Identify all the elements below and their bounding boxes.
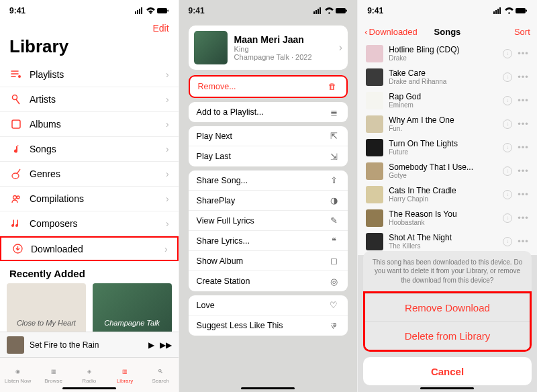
svg-point-27 <box>508 12 509 13</box>
search-icon: 🔍︎ <box>155 366 166 377</box>
menu-create-station[interactable]: Create Station◎ <box>189 271 348 291</box>
song-art <box>366 233 383 250</box>
menu-play-next[interactable]: Play Next⇱ <box>189 126 348 146</box>
svg-rect-0 <box>135 11 136 14</box>
song-art <box>366 68 383 86</box>
edit-button[interactable]: Edit <box>0 21 179 35</box>
menu-view-lyrics[interactable]: View Full Lyrics✎ <box>189 211 348 231</box>
song-row[interactable]: Hotline Bling (CDQ)Drake↓••• <box>360 42 534 65</box>
downloaded-badge-icon: ↓ <box>503 166 512 176</box>
song-row[interactable]: Turn On The LightsFuture↓••• <box>360 136 534 159</box>
more-button[interactable]: ••• <box>518 95 529 105</box>
song-art <box>366 162 383 180</box>
row-artists[interactable]: Artists › <box>0 87 179 112</box>
menu-share-song[interactable]: Share Song...⇧ <box>189 170 348 191</box>
thumbs-down-icon: 👎︎ <box>328 321 340 330</box>
row-label: Artists <box>30 94 166 105</box>
song-artist: Fun. <box>389 125 503 132</box>
person-group-icon <box>9 194 23 203</box>
sort-button[interactable]: Sort <box>514 27 530 37</box>
battery-icon <box>157 7 169 14</box>
more-button[interactable]: ••• <box>518 119 529 129</box>
downloaded-badge-icon: ↓ <box>503 190 512 199</box>
forward-icon[interactable]: ▶▶ <box>160 340 172 350</box>
song-row[interactable]: Take CareDrake and Rihanna↓••• <box>360 65 534 89</box>
svg-point-14 <box>17 196 19 199</box>
song-row[interactable]: Shot At The NightThe Killers↓••• <box>360 230 534 253</box>
row-genres[interactable]: Genres › <box>0 162 179 187</box>
song-row[interactable]: Cats In The CradleHarry Chapin↓••• <box>360 183 534 206</box>
action-remove-download[interactable]: Remove Download <box>365 293 530 322</box>
svg-rect-16 <box>313 11 315 14</box>
menu-show-album[interactable]: Show Album◻ <box>189 251 348 271</box>
action-delete-library[interactable]: Delete from Library <box>365 322 530 350</box>
signal-icon <box>135 7 144 14</box>
playlist-icon <box>9 70 23 79</box>
more-button[interactable]: ••• <box>518 166 529 176</box>
chevron-right-icon: › <box>166 94 169 105</box>
svg-line-12 <box>17 169 20 174</box>
clock: 9:41 <box>189 6 205 15</box>
heart-icon: ♡ <box>328 300 340 310</box>
menu-love[interactable]: Love♡ <box>189 295 348 315</box>
song-art <box>366 92 383 109</box>
now-playing-bar[interactable]: Set Fire to the Rain ▶ ▶▶ <box>0 332 179 357</box>
menu-remove[interactable]: Remove...🗑 <box>190 77 347 97</box>
more-button[interactable]: ••• <box>518 48 529 58</box>
row-label: Songs <box>30 144 166 154</box>
downloaded-badge-icon: ↓ <box>503 119 512 129</box>
svg-rect-26 <box>499 7 501 14</box>
row-playlists[interactable]: Playlists › <box>0 62 179 87</box>
more-button[interactable]: ••• <box>518 142 529 152</box>
menu-share-lyrics[interactable]: Share Lyrics...❝ <box>189 231 348 251</box>
song-row[interactable]: Somebody That I Use...Gotye↓••• <box>360 159 534 183</box>
menu-shareplay[interactable]: SharePlay◑ <box>189 191 348 211</box>
song-title: Take Care <box>389 68 503 78</box>
row-label: Playlists <box>30 69 166 80</box>
more-button[interactable]: ••• <box>518 236 529 246</box>
menu-add-playlist[interactable]: Add to a Playlist...≣ <box>189 102 348 122</box>
svg-rect-21 <box>336 8 346 13</box>
svg-point-11 <box>12 173 19 179</box>
chevron-right-icon: › <box>166 69 169 80</box>
nowplaying-art <box>7 336 24 354</box>
row-compilations[interactable]: Compilations › <box>0 187 179 211</box>
section-recently-added: Recently Added <box>0 261 179 283</box>
more-button[interactable]: ••• <box>518 213 529 223</box>
quote-icon: ❝ <box>328 236 340 246</box>
signal-icon <box>493 7 503 14</box>
song-row[interactable]: Rap GodEminem↓••• <box>360 89 534 112</box>
station-icon: ◎ <box>328 277 340 287</box>
more-button[interactable]: ••• <box>518 189 529 199</box>
row-composers[interactable]: Composers › <box>0 211 179 236</box>
context-song-card[interactable]: Maan Meri Jaan King Champagne Talk · 202… <box>189 26 348 70</box>
song-title: Shot At The Night <box>389 233 503 242</box>
home-indicator <box>241 387 295 389</box>
menu-suggest-less[interactable]: Suggest Less Like This👎︎ <box>189 315 348 336</box>
row-downloaded[interactable]: Downloaded › <box>0 236 179 261</box>
tab-search[interactable]: 🔍︎Search <box>143 358 179 392</box>
more-button[interactable]: ••• <box>518 72 529 82</box>
action-cancel[interactable]: Cancel <box>363 357 532 385</box>
downloaded-badge-icon: ↓ <box>503 143 512 152</box>
menu-play-last[interactable]: Play Last⇲ <box>189 146 348 166</box>
shareplay-icon: ◑ <box>328 195 340 205</box>
song-row[interactable]: The Reason Is YouHoobastank↓••• <box>360 206 534 230</box>
wifi-icon <box>505 7 514 14</box>
song-album: Champagne Talk · 2022 <box>234 53 339 61</box>
song-art <box>366 186 383 203</box>
svg-rect-24 <box>495 10 497 14</box>
downloaded-badge-icon: ↓ <box>503 237 512 246</box>
song-title: Somebody That I Use... <box>389 162 503 172</box>
play-icon[interactable]: ▶ <box>148 340 154 350</box>
song-row[interactable]: Why Am I the OneFun.↓••• <box>360 112 534 136</box>
svg-rect-17 <box>315 10 317 14</box>
row-albums[interactable]: Albums › <box>0 112 179 137</box>
nowplaying-title: Set Fire to the Rain <box>30 340 148 350</box>
row-songs[interactable]: Songs › <box>0 137 179 162</box>
svg-point-20 <box>328 12 330 13</box>
downloaded-badge-icon: ↓ <box>503 96 512 105</box>
svg-rect-25 <box>497 9 499 14</box>
svg-rect-28 <box>516 8 526 13</box>
tab-listen-now[interactable]: ◉Listen Now <box>0 358 36 392</box>
